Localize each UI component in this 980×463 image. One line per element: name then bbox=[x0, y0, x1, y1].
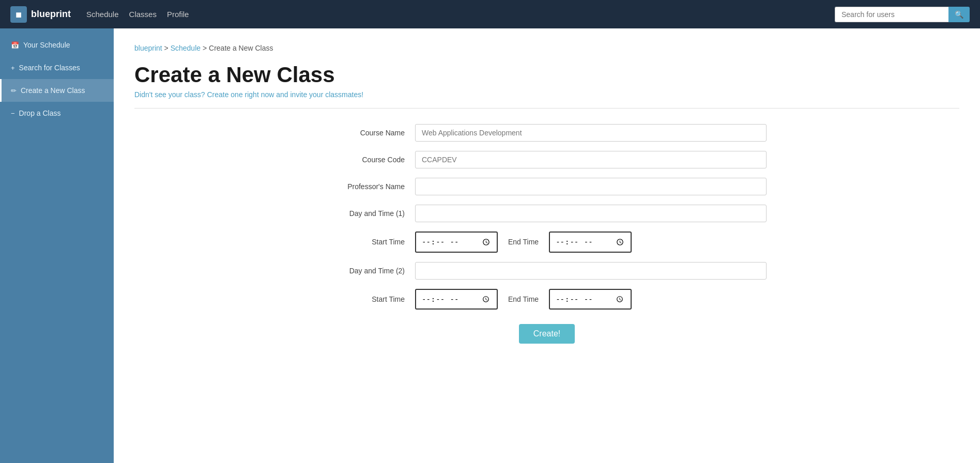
page-subtitle: Didn't see your class? Create one right … bbox=[134, 90, 959, 99]
sidebar-label-your-schedule: Your Schedule bbox=[23, 41, 70, 49]
day-time2-input[interactable]: None bbox=[415, 262, 767, 280]
time1-row: Start Time End Time bbox=[327, 232, 767, 253]
day-time1-input[interactable]: Monday bbox=[415, 205, 767, 222]
nav-profile[interactable]: Profile bbox=[167, 7, 189, 21]
sidebar-item-create-new-class[interactable]: ✏ Create a New Class bbox=[0, 79, 114, 102]
end-time2-label: End Time bbox=[508, 295, 539, 303]
search-input[interactable] bbox=[835, 7, 948, 22]
professor-name-row: Professor's Name bbox=[327, 178, 767, 195]
time2-row: Start Time End Time bbox=[327, 289, 767, 310]
start-time1-label: Start Time bbox=[327, 238, 405, 246]
main-content: blueprint > Schedule > Create a New Clas… bbox=[114, 28, 980, 463]
nav-classes[interactable]: Classes bbox=[129, 7, 157, 21]
sidebar: 📅 Your Schedule + Search for Classes ✏ C… bbox=[0, 28, 114, 463]
nav-links: Schedule Classes Profile bbox=[86, 7, 835, 21]
day-time1-row: Day and Time (1) Monday bbox=[327, 205, 767, 222]
plus-icon: + bbox=[11, 64, 15, 72]
sidebar-label-drop-a-class: Drop a Class bbox=[19, 109, 61, 117]
minus-icon: − bbox=[11, 110, 15, 117]
day-time2-row: Day and Time (2) None bbox=[327, 262, 767, 280]
brand-icon: ◼ bbox=[10, 6, 27, 23]
search-button[interactable]: 🔍 bbox=[948, 7, 970, 22]
calendar-icon: 📅 bbox=[11, 41, 19, 49]
time1-group: End Time bbox=[415, 232, 767, 253]
sidebar-label-search-classes: Search for Classes bbox=[19, 64, 80, 72]
breadcrumb-home[interactable]: blueprint bbox=[134, 44, 162, 52]
start-time2-label: Start Time bbox=[327, 295, 405, 303]
breadcrumb-sep2: > bbox=[203, 44, 209, 52]
end-time2-input[interactable] bbox=[549, 289, 632, 310]
course-code-row: Course Code bbox=[327, 151, 767, 168]
start-time2-input[interactable] bbox=[415, 289, 498, 310]
course-code-label: Course Code bbox=[327, 156, 405, 164]
day-time2-label: Day and Time (2) bbox=[327, 267, 405, 275]
end-time1-label: End Time bbox=[508, 238, 539, 246]
course-name-label: Course Name bbox=[327, 129, 405, 137]
course-name-row: Course Name bbox=[327, 124, 767, 142]
course-name-input[interactable] bbox=[415, 124, 767, 142]
sidebar-label-create-new-class: Create a New Class bbox=[21, 86, 85, 95]
brand-label: blueprint bbox=[31, 9, 71, 20]
pencil-icon: ✏ bbox=[11, 87, 17, 95]
end-time1-input[interactable] bbox=[549, 232, 632, 253]
sidebar-item-your-schedule[interactable]: 📅 Your Schedule bbox=[0, 34, 114, 56]
brand[interactable]: ◼ blueprint bbox=[10, 6, 71, 23]
layout: 📅 Your Schedule + Search for Classes ✏ C… bbox=[0, 28, 980, 463]
create-class-form: Course Name Course Code Professor's Name… bbox=[327, 124, 767, 344]
sidebar-item-search-classes[interactable]: + Search for Classes bbox=[0, 56, 114, 79]
create-button[interactable]: Create! bbox=[519, 324, 575, 344]
day-time1-label: Day and Time (1) bbox=[327, 209, 405, 218]
breadcrumb-sep1: > bbox=[164, 44, 171, 52]
nav-schedule[interactable]: Schedule bbox=[86, 7, 119, 21]
sidebar-item-drop-a-class[interactable]: − Drop a Class bbox=[0, 102, 114, 125]
navbar: ◼ blueprint Schedule Classes Profile 🔍 bbox=[0, 0, 980, 28]
divider bbox=[134, 108, 959, 109]
time2-group: End Time bbox=[415, 289, 767, 310]
breadcrumb: blueprint > Schedule > Create a New Clas… bbox=[134, 44, 959, 52]
breadcrumb-current: Create a New Class bbox=[209, 44, 273, 52]
search-area: 🔍 bbox=[835, 7, 970, 22]
breadcrumb-schedule[interactable]: Schedule bbox=[171, 44, 201, 52]
course-code-input[interactable] bbox=[415, 151, 767, 168]
professor-name-label: Professor's Name bbox=[327, 182, 405, 191]
start-time1-input[interactable] bbox=[415, 232, 498, 253]
button-row: Create! bbox=[327, 319, 767, 344]
page-title: Create a New Class bbox=[134, 63, 959, 87]
professor-name-input[interactable] bbox=[415, 178, 767, 195]
